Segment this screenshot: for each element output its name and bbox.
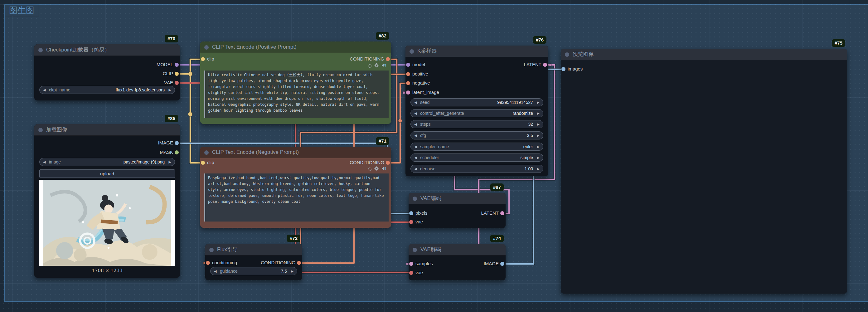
- clip-positive-titlebar[interactable]: CLIP Text Encode (Positive Prompt): [200, 41, 391, 53]
- combo-value: pasted/image (9).png: [124, 158, 165, 166]
- vae-decode-node[interactable]: #74VAE解码samplesvaeIMAGE: [409, 244, 505, 280]
- wire-junction-dot: [403, 91, 405, 94]
- collapse-dot-icon[interactable]: [204, 45, 209, 50]
- preview-image-node[interactable]: #75预览图像images: [561, 49, 847, 293]
- combo-left-arrow-icon[interactable]: ◀: [414, 132, 417, 139]
- load-image-id-badge: #85: [165, 115, 178, 122]
- flux-guidance-id-badge: #72: [287, 235, 300, 242]
- combo-left-arrow-icon[interactable]: ◀: [43, 86, 45, 94]
- combo-right-arrow-icon[interactable]: ▶: [537, 120, 539, 128]
- ksampler-input-model[interactable]: [406, 63, 410, 67]
- flux-guidance-node[interactable]: #72Flux引导conditioningCONDITIONING◀guidan…: [205, 244, 302, 280]
- combo-right-arrow-icon[interactable]: ▶: [537, 165, 539, 173]
- checkpoint-loader-titlebar[interactable]: Checkpoint加载器（简易）: [34, 44, 180, 56]
- ksampler-widget-seed[interactable]: ◀seed993954111914527▶: [410, 98, 543, 106]
- vae-decode-titlebar[interactable]: VAE解码: [409, 244, 505, 255]
- ksampler-input-label-negative: negative: [412, 80, 430, 86]
- combo-label: cfg: [420, 132, 426, 139]
- flux-guidance-output-CONDITIONING[interactable]: [297, 261, 301, 265]
- speaker-icon[interactable]: [381, 166, 386, 172]
- ksampler-widget-denoise[interactable]: ◀denoise1.00▶: [410, 165, 543, 173]
- speaker-icon[interactable]: [381, 63, 386, 69]
- checkpoint-loader-node[interactable]: #70Checkpoint加载器（简易）MODELCLIPVAE◀ckpt_na…: [34, 44, 180, 100]
- vae-encode-output-LATENT[interactable]: [500, 211, 504, 215]
- ksampler-widget-control_after_generate[interactable]: ◀control_after_generaterandomize▶: [410, 109, 543, 117]
- collapse-dot-icon[interactable]: [38, 128, 43, 132]
- combo-right-arrow-icon[interactable]: ▶: [537, 99, 539, 106]
- combo-right-arrow-icon[interactable]: ▶: [537, 110, 539, 117]
- checkpoint-loader-output-MODEL[interactable]: [175, 63, 179, 67]
- clip-positive-prompt-textarea[interactable]: Ultra-realistic Chinese native dog (土松犬)…: [204, 70, 389, 118]
- combo-value: euler: [523, 143, 533, 150]
- vae-decode-input-vae[interactable]: [409, 271, 413, 275]
- combo-label: control_after_generate: [420, 110, 464, 117]
- load-image-output-IMAGE[interactable]: [175, 141, 179, 145]
- node-option-icons: [368, 166, 386, 171]
- collapse-dot-icon[interactable]: [204, 150, 209, 155]
- combo-right-arrow-icon[interactable]: ▶: [169, 158, 171, 166]
- vae-decode-input-samples[interactable]: [409, 262, 413, 266]
- load-image-widget-image[interactable]: ◀imagepasted/image (9).png▶: [39, 158, 175, 166]
- node-graph-canvas[interactable]: 图生图 #70Checkpoint加载器（简易）MODELCLIPVAE◀ckp…: [0, 0, 868, 312]
- vae-decode-output-IMAGE[interactable]: [500, 262, 504, 266]
- combo-left-arrow-icon[interactable]: ◀: [414, 110, 417, 117]
- ksampler-widget-cfg[interactable]: ◀cfg3.5▶: [410, 131, 543, 139]
- gear-icon[interactable]: [374, 63, 379, 69]
- combo-left-arrow-icon[interactable]: ◀: [414, 165, 417, 173]
- collapse-dot-icon[interactable]: [565, 53, 569, 57]
- clip-positive-input-clip[interactable]: [201, 57, 205, 61]
- collapse-dot-icon[interactable]: [413, 196, 417, 201]
- clip-negative-titlebar[interactable]: CLIP Text Encode (Negative Prompt): [200, 147, 391, 158]
- ksampler-node[interactable]: #76K采样器modelpositivenegativelatent_image…: [405, 45, 548, 176]
- checkpoint-loader-output-CLIP[interactable]: [175, 72, 179, 76]
- ksampler-input-negative[interactable]: [406, 81, 410, 85]
- clip-negative-prompt-textarea[interactable]: EasyNegative,bad hands,bad feet,worst qu…: [204, 174, 389, 221]
- load-image-output-MASK[interactable]: [175, 150, 179, 154]
- collapse-dot-icon[interactable]: [38, 48, 43, 53]
- clip-negative-node[interactable]: #71CLIP Text Encode (Negative Prompt)cli…: [200, 147, 391, 228]
- collapse-dot-icon[interactable]: [413, 248, 417, 252]
- flux-guidance-titlebar[interactable]: Flux引导: [205, 244, 302, 255]
- ksampler-widget-scheduler[interactable]: ◀schedulersimple▶: [410, 154, 543, 162]
- load-image-upload-button[interactable]: upload: [39, 169, 175, 178]
- circle-icon[interactable]: [368, 167, 371, 171]
- clip-positive-output-CONDITIONING[interactable]: [386, 57, 390, 61]
- load-image-titlebar[interactable]: 加载图像: [34, 124, 180, 136]
- ksampler-titlebar[interactable]: K采样器: [405, 45, 548, 57]
- combo-left-arrow-icon[interactable]: ◀: [414, 143, 417, 150]
- combo-right-arrow-icon[interactable]: ▶: [291, 268, 293, 275]
- collapse-dot-icon[interactable]: [409, 49, 414, 54]
- vae-encode-titlebar[interactable]: VAE编码: [409, 193, 505, 205]
- combo-left-arrow-icon[interactable]: ◀: [414, 120, 417, 128]
- circle-icon[interactable]: [368, 64, 371, 68]
- combo-left-arrow-icon[interactable]: ◀: [43, 158, 45, 166]
- preview-image-titlebar[interactable]: 预览图像: [561, 49, 847, 60]
- checkpoint-loader-output-VAE[interactable]: [175, 81, 179, 85]
- ksampler-widget-steps[interactable]: ◀steps32▶: [410, 120, 543, 128]
- combo-left-arrow-icon[interactable]: ◀: [214, 268, 216, 275]
- clip-positive-node[interactable]: #82CLIP Text Encode (Positive Prompt)cli…: [200, 41, 391, 124]
- combo-left-arrow-icon[interactable]: ◀: [414, 154, 417, 161]
- ksampler-output-LATENT[interactable]: [543, 63, 547, 67]
- ksampler-input-positive[interactable]: [406, 72, 410, 76]
- clip-negative-output-CONDITIONING[interactable]: [386, 161, 390, 165]
- clip-negative-input-clip[interactable]: [201, 161, 205, 165]
- checkpoint-loader-widget-ckpt_name[interactable]: ◀ckpt_nameflux1-dev-fp8.safetensors▶: [39, 86, 175, 94]
- collapse-dot-icon[interactable]: [209, 248, 214, 252]
- flux-guidance-widget-guidance[interactable]: ◀guidance7.5▶: [210, 267, 297, 275]
- gear-icon[interactable]: [374, 166, 379, 172]
- vae-encode-input-vae[interactable]: [409, 220, 413, 224]
- ksampler-widget-sampler_name[interactable]: ◀sampler_nameeuler▶: [410, 143, 543, 151]
- combo-right-arrow-icon[interactable]: ▶: [537, 143, 539, 150]
- ksampler-input-latent_image[interactable]: [406, 91, 410, 95]
- vae-encode-node[interactable]: #87VAE编码pixelsvaeLATENT: [409, 193, 505, 228]
- preview-image-input-images[interactable]: [561, 67, 565, 71]
- load-image-image-preview[interactable]: [39, 180, 175, 266]
- vae-encode-input-pixels[interactable]: [409, 211, 413, 215]
- flux-guidance-input-conditioning[interactable]: [206, 261, 210, 265]
- combo-right-arrow-icon[interactable]: ▶: [537, 132, 539, 139]
- combo-right-arrow-icon[interactable]: ▶: [169, 86, 171, 94]
- combo-left-arrow-icon[interactable]: ◀: [414, 99, 417, 106]
- load-image-node[interactable]: #85加载图像IMAGEMASK◀imagepasted/image (9).p…: [34, 124, 180, 278]
- combo-right-arrow-icon[interactable]: ▶: [537, 154, 539, 161]
